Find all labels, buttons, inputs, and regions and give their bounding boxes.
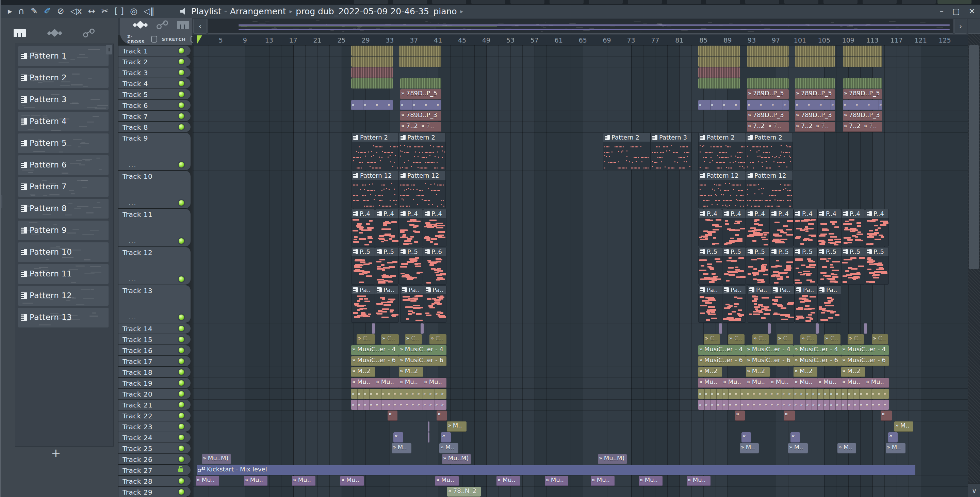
clip[interactable] (400, 78, 441, 89)
clip[interactable]: »Mu..M) (202, 454, 231, 464)
track-led[interactable] (178, 456, 185, 463)
track-header[interactable]: Track 29 (118, 487, 191, 497)
clip[interactable] (843, 78, 882, 89)
clip[interactable]: P..5 (399, 247, 423, 285)
track-header[interactable]: Track 20 (118, 389, 191, 399)
clip[interactable]: » (791, 432, 800, 443)
clip[interactable]: »MusiC..er - 6 (841, 356, 889, 366)
track-led[interactable] (178, 401, 185, 408)
clip[interactable] (372, 323, 375, 334)
clip[interactable]: »MusiC..er - 6 (794, 356, 841, 366)
track-header[interactable]: Track 13... (118, 285, 191, 323)
clip[interactable]: Pattern 12 (399, 171, 446, 208)
arrangement-overview-scrollbar[interactable] (208, 19, 953, 34)
clip[interactable]: » (437, 411, 447, 421)
track-led[interactable] (178, 444, 185, 452)
play-icon[interactable]: ▸ (8, 5, 12, 18)
clip[interactable]: »C.. (777, 334, 793, 344)
clip[interactable]: Pa.. (795, 285, 818, 323)
track-led[interactable] (178, 325, 185, 332)
track-led[interactable] (178, 58, 185, 65)
pattern-list-item[interactable]: Pattern 13 (18, 308, 108, 328)
clip[interactable]: P..4 (865, 209, 889, 247)
clip[interactable]: »Mu..M) (598, 454, 627, 464)
clip[interactable]: »MusiC..er - 4 (351, 345, 399, 355)
clip[interactable]: »MusiC..er - 6 (746, 356, 794, 366)
track-header[interactable]: Track 14 (118, 323, 191, 334)
clip[interactable]: »M.. (392, 443, 411, 454)
track-options-dots[interactable]: ... (129, 199, 137, 206)
clip[interactable]: »Mu.. (196, 476, 219, 486)
track-header[interactable]: Track 26 (118, 454, 191, 464)
clip[interactable]: »78..N_2 (447, 487, 481, 497)
clip[interactable]: » (388, 411, 398, 421)
clip[interactable]: »M.. (894, 421, 913, 432)
track-led[interactable] (178, 314, 185, 321)
track-header[interactable]: Track 16 (118, 345, 191, 355)
clip[interactable]: »»»»»»»»»»»»»»»» (351, 389, 447, 399)
track-led[interactable] (178, 390, 185, 398)
clip[interactable]: P..5 (722, 247, 746, 285)
clip[interactable]: »Mu.. (351, 378, 375, 388)
clip[interactable]: »»»» (698, 100, 740, 110)
track-led[interactable] (178, 112, 185, 120)
clip[interactable]: »C.. (824, 334, 840, 344)
track-header[interactable]: Track 24 (118, 432, 191, 443)
pattern-list-item[interactable]: Pattern 12 (18, 286, 108, 306)
clip[interactable] (698, 56, 740, 67)
track-header[interactable]: Track 15 (118, 334, 191, 344)
clip[interactable] (795, 46, 835, 56)
track-header[interactable]: Track 3 (118, 67, 191, 78)
track-header[interactable]: Track 9... (118, 133, 191, 170)
clip[interactable]: »M..2 (794, 367, 817, 377)
clip[interactable]: Pa.. (722, 285, 746, 323)
clip[interactable]: »Mu.. (340, 476, 364, 486)
select-mode-icon[interactable]: [ ] (115, 5, 124, 18)
clip[interactable]: »M..2 (698, 367, 722, 377)
clip[interactable]: »M..2 (399, 367, 423, 377)
clip[interactable]: P..5 (817, 247, 841, 285)
clip[interactable]: » (441, 432, 451, 443)
clip[interactable]: »7..2 (795, 122, 815, 132)
delete-mode-icon[interactable]: ⊘ (57, 5, 64, 18)
clip[interactable]: »MusiC..er - 4 (746, 345, 794, 355)
clip[interactable]: P..4 (817, 209, 841, 247)
clip[interactable]: P..5 (770, 247, 794, 285)
track-options-dots[interactable]: ... (129, 237, 137, 244)
clip[interactable] (399, 56, 441, 67)
track-header[interactable]: Track 23 (118, 421, 191, 432)
audio-view[interactable] (133, 21, 148, 31)
track-lock-icon[interactable] (178, 468, 183, 472)
minimize-button[interactable]: – (940, 5, 943, 18)
clip[interactable]: P..4 (746, 209, 770, 247)
pattern-list-scrollbar[interactable] (106, 45, 112, 54)
clip[interactable]: »M.. (886, 443, 905, 454)
clip[interactable]: P..4 (399, 209, 423, 247)
clip[interactable]: »C.. (728, 334, 745, 344)
clip[interactable] (428, 421, 430, 432)
clip[interactable]: »M.. (439, 443, 458, 454)
clip[interactable]: »Mu.. (865, 378, 889, 388)
clip[interactable]: »C.. (356, 334, 375, 344)
scroll-left-button[interactable]: ‹ (193, 19, 207, 34)
clip[interactable]: Pattern 2 (352, 133, 399, 170)
clip[interactable]: »Mu.. (817, 378, 841, 388)
clip[interactable]: »789D..P_5 (843, 89, 882, 99)
clip[interactable] (719, 323, 722, 334)
playlist-grid[interactable]: »789D..P_5»789D..P_5»789D..P_5»789D..P_5… (192, 45, 968, 497)
clip[interactable]: »Mu.. (591, 476, 614, 486)
clip[interactable]: P..6 (423, 247, 447, 285)
clip[interactable] (816, 323, 819, 334)
clip[interactable]: »Mu..M) (442, 454, 471, 464)
track-header[interactable]: Track 8 (118, 122, 191, 132)
clip[interactable]: »789D..P_5 (747, 89, 789, 99)
track-header[interactable]: Track 10... (118, 171, 191, 208)
clip[interactable]: Pattern 2 (603, 133, 651, 170)
track-led[interactable] (178, 69, 185, 76)
track-led[interactable] (178, 488, 185, 495)
clip[interactable]: » (784, 411, 795, 421)
track-header[interactable]: Track 19 (118, 378, 191, 388)
clip[interactable]: »Mu.. (639, 476, 662, 486)
slip-mode-icon[interactable]: ↔ (88, 5, 95, 18)
clip[interactable]: P..5 (746, 247, 770, 285)
